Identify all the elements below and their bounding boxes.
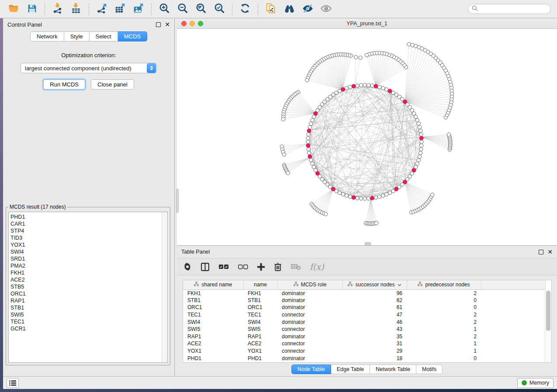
table-cell[interactable]: STB1 (183, 297, 243, 304)
mcds-result-item[interactable]: TID3 (10, 234, 167, 241)
tab-select[interactable]: Select (90, 31, 118, 41)
mcds-result-item[interactable]: GCR1 (10, 325, 167, 332)
close-panel-button[interactable]: Close panel (91, 79, 134, 89)
open-file-button[interactable] (6, 2, 21, 16)
table-cell[interactable]: 18 (343, 354, 407, 362)
table-cell[interactable]: dominator (277, 297, 343, 304)
mcds-result-item[interactable]: RAP1 (10, 297, 167, 304)
tab-network-table[interactable]: Network Table (370, 364, 416, 374)
table-cell[interactable]: connector (277, 340, 343, 347)
mcds-result-item[interactable]: STB1 (10, 304, 167, 311)
mcds-result-item[interactable]: PHD1 (10, 213, 167, 220)
search-input[interactable] (480, 6, 548, 12)
tab-network[interactable]: Network (30, 31, 64, 41)
table-cell[interactable]: 0 (407, 297, 481, 304)
export-table-button[interactable] (113, 2, 128, 16)
network-nodes[interactable] (280, 42, 453, 225)
float-table-panel-icon[interactable] (539, 250, 543, 254)
mcds-result-item[interactable]: FKH1 (10, 269, 167, 276)
table-row[interactable]: SWI5SWI5connector431 (183, 326, 545, 333)
table-row[interactable]: ORC1ORC1dominator610 (183, 304, 545, 311)
table-cell[interactable]: SWI4 (183, 318, 243, 326)
function-builder-icon[interactable]: f(x) (310, 262, 324, 272)
table-cell[interactable]: 0 (407, 304, 481, 311)
tab-style[interactable]: Style (64, 31, 90, 41)
table-cell[interactable]: RAP1 (243, 333, 277, 340)
column-header-shared-name[interactable]: shared name (183, 280, 243, 289)
table-cell[interactable]: TEC1 (243, 311, 277, 319)
table-cell[interactable]: dominator (277, 354, 343, 362)
tab-motifs[interactable]: Motifs (416, 364, 443, 374)
table-cell[interactable]: SWI4 (243, 318, 277, 326)
mcds-result-scrollbar[interactable] (162, 212, 167, 362)
table-cell[interactable]: SWI5 (243, 326, 277, 333)
table-cell[interactable]: 96 (343, 289, 407, 297)
mcds-result-item[interactable]: CAR1 (10, 220, 167, 227)
table-cell[interactable]: ACE2 (183, 340, 243, 347)
close-table-panel-icon[interactable]: ✕ (547, 250, 553, 254)
network-search-field[interactable] (468, 4, 551, 14)
table-row[interactable]: SWI4SWI4dominator462 (183, 318, 545, 326)
table-cell[interactable]: ORC1 (183, 304, 243, 311)
add-column-icon[interactable] (257, 263, 265, 271)
table-cell[interactable]: 31 (343, 340, 407, 347)
network-canvas[interactable] (177, 29, 557, 245)
table-cell[interactable]: PHD1 (243, 354, 277, 362)
vertical-splitter-handle[interactable] (176, 189, 179, 213)
table-cell[interactable]: YOX1 (243, 347, 277, 355)
table-row[interactable]: TEC1TEC1connector472 (183, 311, 545, 319)
task-history-button[interactable] (7, 378, 19, 388)
table-cell[interactable]: 1 (407, 326, 481, 333)
table-cell[interactable]: dominator (277, 333, 343, 340)
mcds-result-item[interactable]: SRD1 (10, 255, 167, 262)
column-header-name[interactable]: name (243, 280, 277, 289)
mcds-result-item[interactable]: STP4 (10, 227, 167, 234)
table-row[interactable]: PHD1PHD1dominator180 (183, 354, 545, 362)
table-cell[interactable]: 47 (343, 311, 407, 319)
mcds-result-item[interactable]: STB5 (10, 283, 167, 290)
table-cell[interactable]: PHD1 (183, 354, 243, 362)
table-row[interactable]: FKH1FKH1dominator962 (183, 289, 545, 297)
table-cell[interactable]: dominator (277, 304, 343, 311)
table-row[interactable]: YOX1YOX1connector291 (183, 347, 545, 355)
tab-mcds[interactable]: MCDS (118, 31, 147, 41)
table-cell[interactable]: 2 (407, 333, 481, 340)
import-network-button[interactable] (50, 2, 65, 16)
run-mcds-button[interactable]: Run MCDS (43, 79, 85, 89)
table-cell[interactable]: FKH1 (243, 289, 277, 297)
binoculars-search-button[interactable] (282, 2, 297, 16)
table-cell[interactable]: 2 (407, 311, 481, 319)
table-cell[interactable]: 61 (343, 304, 407, 311)
table-row[interactable]: STB1STB1dominator620 (183, 297, 545, 304)
float-panel-icon[interactable] (156, 22, 161, 27)
table-row[interactable]: RAP1RAP1dominator352 (183, 333, 545, 340)
table-cell[interactable]: dominator (277, 289, 343, 297)
zoom-out-button[interactable] (175, 2, 190, 16)
delete-column-icon[interactable] (274, 262, 282, 271)
hide-graphics-button[interactable] (300, 2, 315, 16)
table-cell[interactable]: 1 (407, 340, 481, 347)
column-header-predecessor-nodes[interactable]: predecessor nodes (407, 280, 481, 289)
table-cell[interactable]: connector (277, 311, 343, 319)
zoom-in-button[interactable] (157, 2, 172, 16)
table-cell[interactable]: FKH1 (183, 289, 243, 297)
table-cell[interactable]: dominator (277, 318, 343, 326)
save-session-button[interactable] (24, 2, 39, 16)
clone-network-button[interactable] (263, 2, 278, 16)
table-cell[interactable]: TEC1 (183, 311, 243, 319)
mcds-result-item[interactable]: YOX1 (10, 241, 167, 248)
table-cell[interactable]: 46 (343, 318, 407, 326)
table-cell[interactable]: 35 (343, 333, 407, 340)
import-table-button[interactable] (69, 2, 83, 16)
table-cell[interactable]: RAP1 (183, 333, 243, 340)
mcds-result-item[interactable]: ORC1 (10, 290, 167, 297)
zoom-fit-button[interactable] (194, 2, 208, 16)
mcds-result-item[interactable]: SWI5 (10, 311, 167, 318)
column-header-successor-nodes[interactable]: successor nodes (343, 280, 407, 289)
memory-button[interactable]: Memory (517, 378, 554, 388)
tab-node-table[interactable]: Node Table (291, 364, 331, 374)
mcds-result-item[interactable]: ACE2 (10, 276, 167, 283)
table-scrollbar[interactable] (545, 289, 551, 362)
mcds-result-item[interactable]: PMA2 (10, 262, 167, 269)
table-cell[interactable]: 2 (407, 318, 481, 326)
